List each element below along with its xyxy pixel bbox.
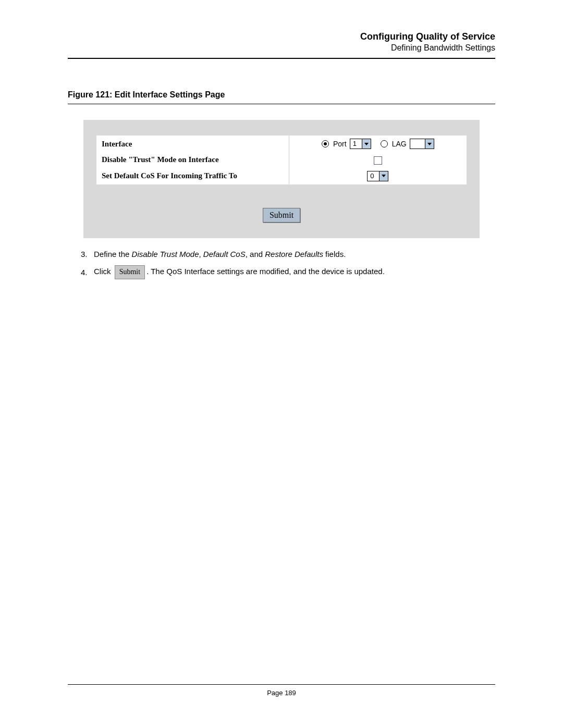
settings-table: Interface Port 1 LAG (96, 135, 467, 184)
lag-dropdown[interactable] (410, 139, 434, 149)
step-text: , (199, 250, 203, 258)
chevron-down-icon[interactable] (362, 139, 371, 149)
inline-submit-button[interactable]: Submit (115, 265, 145, 279)
step-text: fields. (323, 250, 346, 258)
step-italic: Disable Trust Mode (132, 250, 199, 258)
step-italic: Default CoS (203, 250, 246, 258)
step-text: . The QoS Interface settings are modifie… (146, 267, 385, 276)
table-row: Interface Port 1 LAG (96, 135, 467, 152)
settings-panel: Interface Port 1 LAG (83, 120, 480, 238)
header-title: Configuring Quality of Service (68, 31, 495, 42)
step-italic: Restore Defaults (265, 250, 323, 258)
list-item: 3. Define the Disable Trust Mode, Defaul… (81, 249, 495, 260)
chevron-down-icon[interactable] (379, 171, 388, 181)
disable-trust-checkbox[interactable] (374, 156, 382, 165)
lag-dropdown-value (410, 139, 425, 149)
step-number: 3. (81, 250, 94, 258)
header-rule (68, 58, 495, 59)
port-label: Port (333, 140, 347, 148)
port-radio[interactable] (322, 140, 329, 147)
step-text: Click (94, 267, 113, 276)
cos-dropdown-value: 0 (368, 171, 379, 181)
header-subtitle: Defining Bandwidth Settings (68, 43, 495, 53)
lag-label: LAG (392, 140, 407, 148)
step-number: 4. (81, 268, 94, 277)
footer-rule (68, 684, 495, 685)
step-text: Define the (94, 250, 132, 258)
page-number: Page 189 (68, 689, 495, 697)
figure-caption: Figure 121: Edit Interface Settings Page (68, 90, 495, 100)
interface-label: Interface (96, 135, 289, 152)
port-dropdown-value: 1 (350, 139, 362, 149)
submit-button[interactable]: Submit (263, 208, 300, 223)
table-row: Set Default CoS For Incoming Traffic To … (96, 168, 467, 184)
lag-radio[interactable] (381, 140, 388, 147)
port-dropdown[interactable]: 1 (350, 139, 371, 149)
table-row: Disable "Trust" Mode on Interface (96, 152, 467, 168)
step-text: , and (246, 250, 265, 258)
list-item: 4. Click Submit. The QoS Interface setti… (81, 265, 495, 279)
cos-dropdown[interactable]: 0 (367, 171, 388, 181)
figure-rule (68, 104, 495, 104)
chevron-down-icon[interactable] (425, 139, 434, 149)
disable-trust-label: Disable "Trust" Mode on Interface (96, 152, 289, 168)
default-cos-label: Set Default CoS For Incoming Traffic To (96, 168, 289, 184)
instruction-list: 3. Define the Disable Trust Mode, Defaul… (68, 249, 495, 279)
